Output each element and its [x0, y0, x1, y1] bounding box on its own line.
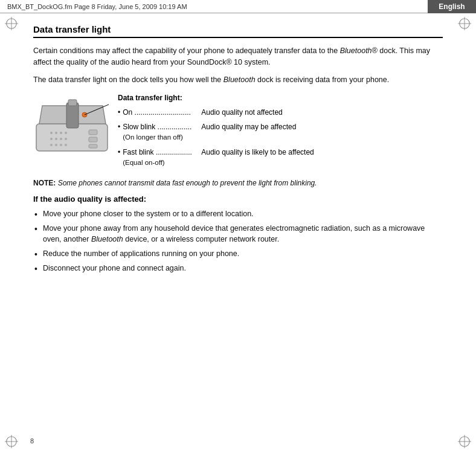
legend-item-1: • On ............................ Audio … [118, 107, 443, 118]
svg-rect-32 [89, 144, 97, 148]
sub-heading: If the audio quality is affected: [33, 194, 443, 204]
bullet-1: • [118, 107, 120, 118]
language-tab: English [428, 0, 476, 13]
list-item: Reduce the number of applications runnin… [33, 248, 443, 260]
svg-point-24 [60, 144, 62, 146]
note-label: NOTE: [33, 179, 56, 187]
top-bar: BMX_BT_DockOG.fm Page 8 Friday, June 5, … [0, 0, 476, 13]
svg-rect-27 [68, 100, 77, 106]
legend-items: • On ............................ Audio … [118, 107, 443, 168]
note-text: Some phones cannot transmit data fast en… [58, 179, 317, 187]
svg-point-18 [50, 138, 53, 140]
file-info: BMX_BT_DockOG.fm Page 8 Friday, June 5, … [7, 3, 187, 10]
main-content: Data transfer light Certain conditions m… [33, 18, 443, 429]
svg-point-23 [55, 144, 57, 146]
svg-rect-26 [66, 103, 79, 128]
legend-key-1: On ............................ [123, 107, 201, 118]
svg-point-17 [65, 132, 67, 134]
list-item: Disconnect your phone and connect again. [33, 263, 443, 274]
legend-desc-3: Audio quality is likely to be affected [201, 147, 443, 158]
corner-mark-tl [5, 17, 18, 30]
svg-rect-30 [89, 130, 97, 135]
corner-mark-tr [458, 17, 471, 30]
legend-key-3-sub: (Equal on-off) [123, 158, 201, 168]
list-item: Move your phone closer to the system or … [33, 208, 443, 220]
legend-item-3: • Fast blink .................. (Equal o… [118, 147, 443, 168]
svg-point-19 [55, 138, 57, 140]
section-title: Data transfer light [33, 24, 443, 38]
paragraph-1: Certain conditions may affect the capabi… [33, 45, 443, 68]
legend-desc-2: Audio quality may be affected [201, 121, 443, 132]
corner-mark-bl [5, 435, 18, 448]
svg-point-22 [50, 144, 53, 146]
svg-point-14 [50, 132, 53, 134]
legend: Data transfer light: • On ..............… [118, 94, 443, 172]
legend-item-2: • Slow blink ................. (On longe… [118, 121, 443, 143]
diagram-section: Data transfer light: • On ..............… [33, 94, 443, 172]
device-illustration [33, 94, 112, 162]
paragraph-2: The data transfer light on the dock tell… [33, 74, 443, 86]
list-item: Move your phone away from any household … [33, 223, 443, 246]
svg-rect-31 [89, 137, 97, 142]
page-number: 8 [30, 437, 34, 445]
note-line: NOTE: Some phones cannot transmit data f… [33, 179, 443, 187]
legend-key-2-sub: (On longer than off) [123, 132, 201, 143]
bullet-2: • [118, 121, 120, 132]
bullet-3: • [118, 147, 120, 158]
bullet-list: Move your phone closer to the system or … [33, 208, 443, 274]
legend-label: Data transfer light: [118, 94, 443, 102]
svg-point-25 [65, 144, 67, 146]
legend-desc-1: Audio quality not affected [201, 107, 443, 118]
svg-point-16 [60, 132, 62, 134]
svg-point-20 [60, 138, 62, 140]
corner-mark-br [458, 435, 471, 448]
legend-key-2: Slow blink ................. (On longer … [123, 121, 201, 143]
svg-point-15 [55, 132, 57, 134]
legend-key-3: Fast blink .................. (Equal on-… [123, 147, 201, 168]
svg-point-21 [65, 138, 67, 140]
